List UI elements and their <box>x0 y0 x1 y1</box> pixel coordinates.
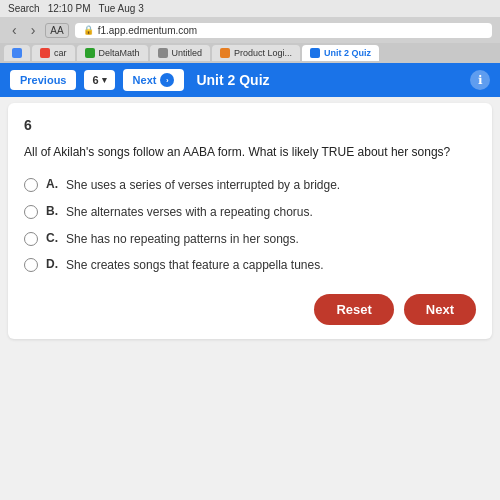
question-number-selector[interactable]: 6 ▾ <box>84 70 114 90</box>
tab-unit2quiz-label: Unit 2 Quiz <box>324 48 371 58</box>
quiz-title: Unit 2 Quiz <box>196 72 269 88</box>
option-a-label: A. <box>46 177 58 191</box>
chevron-down-icon: ▾ <box>102 75 107 85</box>
product-favicon <box>220 48 230 58</box>
question-number: 6 <box>24 117 476 133</box>
tab-untitled[interactable]: Untitled <box>150 45 211 61</box>
untitled-favicon <box>158 48 168 58</box>
next-button-main[interactable]: Next <box>404 294 476 325</box>
quiz-nav-bar: Previous 6 ▾ Next › Unit 2 Quiz ℹ <box>0 63 500 97</box>
status-time: 12:10 PM <box>48 3 91 14</box>
next-button-nav[interactable]: Next › <box>123 69 185 91</box>
option-b-label: B. <box>46 204 58 218</box>
radio-a[interactable] <box>24 178 38 192</box>
tab-unit2quiz[interactable]: Unit 2 Quiz <box>302 45 379 61</box>
tab-google[interactable] <box>4 45 30 61</box>
aa-label[interactable]: AA <box>45 23 68 38</box>
address-bar[interactable]: 🔒 f1.app.edmentum.com <box>75 23 492 38</box>
option-b[interactable]: B. She alternates verses with a repeatin… <box>24 204 476 221</box>
lock-icon: 🔒 <box>83 25 94 35</box>
status-date: Tue Aug 3 <box>99 3 144 14</box>
deltamath-favicon <box>85 48 95 58</box>
browser-chrome: ‹ › AA 🔒 f1.app.edmentum.com <box>0 17 500 43</box>
status-bar: Search 12:10 PM Tue Aug 3 <box>0 0 500 17</box>
option-a[interactable]: A. She uses a series of verses interrupt… <box>24 177 476 194</box>
tab-bar: car DeltaMath Untitled Product Logi... U… <box>0 43 500 63</box>
unit2quiz-favicon <box>310 48 320 58</box>
next-circle-icon: › <box>160 73 174 87</box>
reset-button[interactable]: Reset <box>314 294 393 325</box>
tab-deltamath[interactable]: DeltaMath <box>77 45 148 61</box>
option-c-text: She has no repeating patterns in her son… <box>66 231 299 248</box>
url-text: f1.app.edmentum.com <box>98 25 198 36</box>
option-c-label: C. <box>46 231 58 245</box>
action-buttons: Reset Next <box>24 294 476 325</box>
forward-button[interactable]: › <box>27 21 40 39</box>
quiz-content: 6 All of Akilah's songs follow an AABA f… <box>8 103 492 339</box>
radio-b[interactable] <box>24 205 38 219</box>
question-text: All of Akilah's songs follow an AABA for… <box>24 143 476 161</box>
radio-c[interactable] <box>24 232 38 246</box>
previous-button[interactable]: Previous <box>10 70 76 90</box>
question-number-display: 6 <box>92 74 98 86</box>
next-label: Next <box>133 74 157 86</box>
option-d-label: D. <box>46 257 58 271</box>
tab-car[interactable]: car <box>32 45 75 61</box>
tab-untitled-label: Untitled <box>172 48 203 58</box>
tab-deltamath-label: DeltaMath <box>99 48 140 58</box>
app-name: Search <box>8 3 40 14</box>
tab-car-label: car <box>54 48 67 58</box>
back-button[interactable]: ‹ <box>8 21 21 39</box>
answer-options: A. She uses a series of verses interrupt… <box>24 177 476 274</box>
car-favicon <box>40 48 50 58</box>
tab-product-logi[interactable]: Product Logi... <box>212 45 300 61</box>
radio-d[interactable] <box>24 258 38 272</box>
quiz-nav-info-icon[interactable]: ℹ <box>470 70 490 90</box>
tab-product-label: Product Logi... <box>234 48 292 58</box>
google-favicon <box>12 48 22 58</box>
option-b-text: She alternates verses with a repeating c… <box>66 204 313 221</box>
option-d-text: She creates songs that feature a cappell… <box>66 257 324 274</box>
option-c[interactable]: C. She has no repeating patterns in her … <box>24 231 476 248</box>
option-d[interactable]: D. She creates songs that feature a capp… <box>24 257 476 274</box>
option-a-text: She uses a series of verses interrupted … <box>66 177 340 194</box>
